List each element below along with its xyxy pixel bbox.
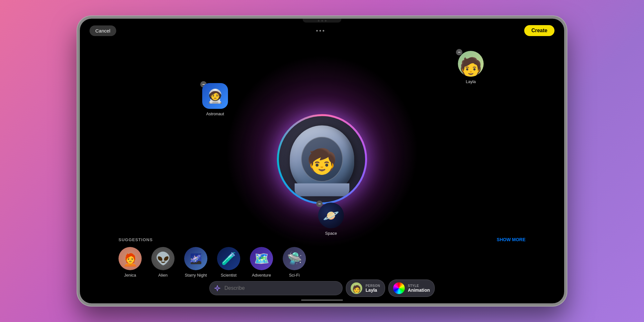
starry-night-label: Starry Night [185, 273, 207, 278]
helmet-visual: 🧒 [290, 125, 354, 193]
astronaut-icon-wrapper: − 🧑‍🚀 [202, 83, 228, 109]
dot3 [323, 30, 324, 32]
style-pill[interactable]: STYLE Animation [388, 279, 435, 297]
layla-icon-wrapper: − 🧑 [458, 51, 484, 77]
suggestions-header: SUGGESTIONS SHOW MORE [118, 237, 526, 242]
device-frame: Cancel Create [77, 16, 567, 306]
astronaut-emoji: 🧑‍🚀 [207, 88, 223, 104]
top-bar: Cancel Create [80, 25, 564, 36]
suggestion-scientist[interactable]: 🧪 Scientist [217, 247, 240, 278]
device-top-bar [303, 19, 341, 23]
remove-layla-badge[interactable]: − [456, 49, 462, 55]
alien-label: Alien [158, 273, 168, 278]
alien-icon: 👽 [151, 247, 175, 270]
floating-layla[interactable]: − 🧑 Layla [458, 51, 484, 84]
sparkle-icon [214, 285, 221, 292]
sci-fi-label: Sci-Fi [289, 273, 299, 278]
scientist-label: Scientist [221, 273, 236, 278]
cancel-button[interactable]: Cancel [90, 25, 116, 36]
person-pill[interactable]: 🧑 PERSON Layla [346, 279, 385, 297]
helmet-visor: 🧒 [301, 137, 343, 182]
style-pill-text: STYLE Animation [408, 284, 430, 293]
describe-input[interactable] [209, 281, 343, 295]
layla-label: Layla [466, 79, 476, 84]
suggestion-starry-night[interactable]: 🌌 Starry Night [184, 247, 207, 278]
person-pill-text: PERSON Layla [365, 284, 380, 293]
astronaut-label: Astronaut [206, 111, 224, 116]
more-menu[interactable] [316, 30, 324, 32]
central-avatar-container: 🧒 [277, 114, 367, 204]
show-more-button[interactable]: SHOW MORE [497, 237, 526, 242]
starry-emoji: 🌌 [190, 253, 202, 264]
style-pill-value: Animation [408, 288, 430, 293]
floating-astronaut[interactable]: − 🧑‍🚀 Astronaut [202, 83, 228, 116]
alien-emoji: 👽 [156, 251, 171, 266]
astronaut-icon: 🧑‍🚀 [202, 83, 228, 109]
avatar-inner: 🧒 [279, 116, 365, 202]
layla-photo: 🧑 [458, 51, 484, 77]
style-pill-label: STYLE [408, 284, 430, 288]
suggestion-jenica[interactable]: 🧑‍🦰 Jenica [118, 247, 142, 278]
jenica-face: 🧑‍🦰 [123, 253, 138, 267]
person-pill-value: Layla [365, 288, 380, 293]
describe-wrapper [209, 281, 343, 295]
starry-night-icon: 🌌 [184, 247, 207, 270]
jenica-icon: 🧑‍🦰 [118, 247, 142, 270]
dot1 [316, 30, 318, 32]
suggestion-adventure[interactable]: 🗺️ Adventure [250, 247, 273, 278]
dot2 [319, 30, 321, 32]
face-in-helmet: 🧒 [307, 147, 337, 176]
bottom-bar: 🧑 PERSON Layla STYLE Animation [209, 279, 435, 297]
screen: Cancel Create [80, 19, 564, 303]
space-icon: 🪐 [318, 203, 344, 228]
adventure-icon: 🗺️ [250, 247, 273, 270]
layla-face: 🧑 [459, 58, 482, 77]
person-pill-avatar: 🧑 [351, 282, 362, 294]
jenica-label: Jenica [124, 273, 136, 278]
scientist-emoji: 🧪 [221, 251, 236, 266]
scifi-emoji: 🛸 [287, 251, 302, 266]
avatar-ring: 🧒 [277, 114, 367, 204]
person-avatar-face: 🧑 [352, 285, 361, 293]
scientist-icon: 🧪 [217, 247, 240, 270]
space-icon-wrapper: − 🪐 [318, 203, 344, 228]
create-button[interactable]: Create [524, 25, 554, 36]
helmet-body: 🧒 [290, 125, 354, 193]
style-color-wheel-icon [393, 282, 405, 294]
space-emoji: 🪐 [323, 208, 339, 223]
suit-bottom [295, 183, 349, 196]
adventure-emoji: 🗺️ [254, 251, 269, 266]
suggestions-title: SUGGESTIONS [118, 237, 153, 242]
suggestion-sci-fi[interactable]: 🛸 Sci-Fi [283, 247, 306, 278]
space-label: Space [325, 231, 337, 236]
floating-space[interactable]: − 🪐 Space [318, 203, 344, 236]
suggestions-row: 🧑‍🦰 Jenica 👽 Alien 🌌 Starry Nig [118, 247, 526, 278]
sci-fi-icon: 🛸 [283, 247, 306, 270]
person-pill-label: PERSON [365, 284, 380, 288]
adventure-label: Adventure [252, 273, 271, 278]
suggestion-alien[interactable]: 👽 Alien [151, 247, 175, 278]
